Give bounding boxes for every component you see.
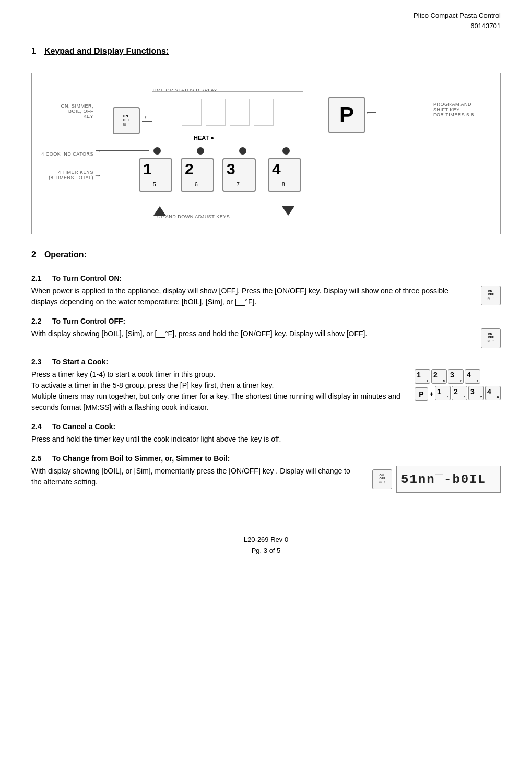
footer-line-1: L20-269 Rev 0 [31, 535, 501, 546]
small-timer-b-2: 26 [452, 386, 467, 400]
subsection-2-2-icon: ONOFF ≋ ↑ [481, 328, 501, 348]
connector-timers [96, 175, 135, 175]
label-timer-keys: 4 TIMER KEYS(8 TIMERS TOTAL) [41, 170, 93, 180]
document-header: Pitco Compact Pasta Control 60143701 [31, 10, 501, 31]
timer-key-4[interactable]: 4 8 [268, 158, 301, 192]
subsection-2-1-icon: ONOFF ≋ ↑ [481, 286, 501, 305]
timer-key-2[interactable]: 2 6 [181, 158, 214, 192]
timer-key-3[interactable]: 3 7 [222, 158, 256, 192]
small-p-key: P [415, 387, 428, 401]
p-key-diagram[interactable]: P [328, 97, 365, 133]
small-timer-b-1: 15 [435, 386, 451, 400]
timer-group-top: 15 26 37 48 [415, 369, 501, 384]
arrow-right-timers: → [94, 171, 101, 180]
subsection-2-4-header: 2.4 To Cancel a Cook: [31, 422, 501, 431]
subsection-2-5-num: 2.5 [31, 454, 52, 463]
small-timer-b-3: 37 [468, 386, 484, 400]
onoff-label: ONOFF [123, 114, 130, 122]
subsection-2-1-title: To Turn Control ON: [52, 274, 122, 282]
subsection-2-4: 2.4 To Cancel a Cook: Press and hold the… [31, 422, 501, 445]
subsection-2-1: 2.1 To Turn Control ON: When power is ap… [31, 274, 501, 307]
subsection-2-4-num: 2.4 [31, 422, 52, 431]
subsection-2-5: 2.5 To Change from Boil to Simmer, or, S… [31, 454, 501, 493]
subsection-2-3-header: 2.3 To Start a Cook: [31, 358, 501, 366]
keypad-diagram: ON, SIMMER,BOIL, OFFKEY 4 COOK INDICATOR… [31, 73, 501, 234]
section-2-number: 2 [31, 250, 36, 259]
digit-1 [182, 99, 202, 126]
subsection-2-4-title: To Cancel a Cook: [52, 422, 115, 431]
timer-group-bottom-keys: 15 26 37 48 [435, 386, 501, 400]
subsection-2-3-content: Press a timer key (1-4) to start a cook … [31, 369, 501, 413]
indicator-dot-1 [153, 147, 161, 155]
timer-key-4-num: 4 [272, 161, 281, 177]
subsection-2-5-content: With display showing [bOIL], or [Sim], m… [31, 466, 501, 493]
small-timer-4: 48 [465, 369, 480, 384]
label-program-shift: PROGRAM ANDSHIFT KEYFOR TIMERS 5-8 [433, 102, 491, 117]
arrow-up-key [153, 206, 166, 216]
indicator-dot-2 [197, 147, 204, 155]
subsection-2-3-title: To Start a Cook: [52, 358, 108, 366]
timer-key-3-num: 3 [227, 161, 235, 177]
indicator-dot-4 [282, 147, 290, 155]
subsection-2-3: 2.3 To Start a Cook: Press a timer key (… [31, 358, 501, 413]
section-1-header: 1 Keypad and Display Functions: [31, 46, 501, 64]
digit-3 [230, 99, 250, 126]
label-cook-indicators: 4 COOK INDICATORS [41, 151, 93, 157]
subsection-2-2-header: 2.2 To Turn Control OFF: [31, 317, 501, 325]
section-1-title: Keypad and Display Functions: [44, 46, 169, 56]
footer: L20-269 Rev 0 Pg. 3 of 5 [31, 535, 501, 557]
subsection-2-2-title: To Turn Control OFF: [52, 317, 125, 325]
subsection-2-3-icon: 15 26 37 48 P + 15 26 37 48 [415, 369, 501, 403]
bottom-connector-line [160, 219, 288, 219]
subsection-2-2-text: With display showing [bOIL], [Sim], or [… [31, 328, 470, 339]
small-onoff-icon-2-5: ONOFF ≋ ↑ [372, 469, 392, 489]
timer-key-1-sub: 5 [153, 181, 156, 187]
subsection-2-1-text: When power is applied to the appliance, … [31, 286, 470, 307]
subsection-2-5-icon: ONOFF ≋ ↑ 51nn‾-b0IL [372, 466, 501, 493]
small-timer-1: 15 [415, 369, 430, 384]
subsection-2-1-num: 2.1 [31, 274, 52, 282]
small-timer-b-4: 48 [485, 386, 501, 400]
subsection-2-1-content: When power is applied to the appliance, … [31, 286, 501, 307]
digit-2 [206, 99, 226, 126]
timer-key-1[interactable]: 1 5 [139, 158, 172, 192]
subsection-2-2-num: 2.2 [31, 317, 52, 325]
arrow-right-onoff: → [140, 112, 148, 122]
timer-key-2-num: 2 [185, 161, 194, 177]
subsection-2-2: 2.2 To Turn Control OFF: With display sh… [31, 317, 501, 348]
digit-4 [254, 99, 274, 126]
arrow-down-key [282, 206, 294, 216]
connector-time [215, 91, 215, 107]
small-onoff-icon-2-1: ONOFF ≋ ↑ [481, 286, 501, 305]
subsection-2-1-header: 2.1 To Turn Control ON: [31, 274, 501, 282]
footer-line-2: Pg. 3 of 5 [31, 546, 501, 557]
small-onoff-icon-2-2: ONOFF ≋ ↑ [481, 328, 501, 348]
timer-key-2-sub: 6 [195, 181, 198, 187]
section-2: 2 Operation: 2.1 To Turn Control ON: Whe… [31, 250, 501, 493]
document-number: 60143701 [31, 21, 501, 31]
onoff-key-diagram[interactable]: ONOFF ≋ ↑ [113, 107, 140, 134]
timer-key-1-num: 1 [143, 161, 152, 177]
small-timer-2: 26 [431, 369, 447, 384]
section-2-title: Operation: [44, 250, 87, 259]
timer-key-4-sub: 8 [282, 181, 285, 187]
simm-boil-display: 51nn‾-b0IL [396, 466, 501, 493]
onoff-waves: ≋ ↑ [122, 122, 131, 127]
display-area [152, 91, 303, 133]
subsection-2-3-num: 2.3 [31, 358, 52, 366]
subsection-2-2-content: With display showing [bOIL], [Sim], or [… [31, 328, 501, 348]
subsection-2-5-header: 2.5 To Change from Boil to Simmer, or, S… [31, 454, 501, 463]
document-title: Pitco Compact Pasta Control [31, 10, 501, 21]
section-1-number: 1 [31, 46, 36, 56]
connector-heat [194, 98, 194, 109]
indicator-dot-3 [239, 147, 246, 155]
label-on-simmer: ON, SIMMER,BOIL, OFFKEY [41, 103, 93, 119]
subsection-2-3-text: Press a timer key (1-4) to start a cook … [31, 369, 404, 413]
subsection-2-5-text: With display showing [bOIL], or [Sim], m… [31, 466, 362, 488]
section-2-header: 2 Operation: [31, 250, 501, 268]
bottom-connector-down [216, 213, 216, 219]
heat-label: HEAT ● [194, 135, 214, 141]
arrow-right-dots: → [94, 147, 101, 155]
arrow-left-p: ← [365, 109, 373, 117]
timer-group-bottom: P + 15 26 37 48 [415, 386, 501, 403]
